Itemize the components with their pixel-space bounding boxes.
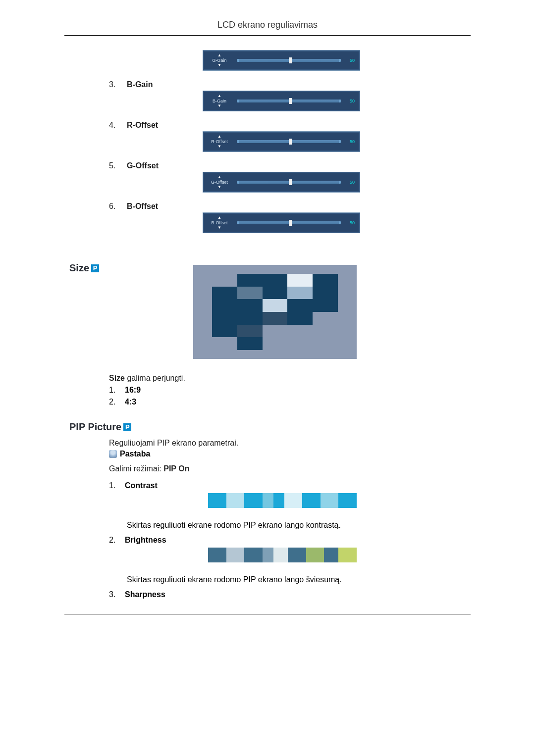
list-item: 5. G-Offset bbox=[64, 156, 471, 172]
slider-thumb[interactable] bbox=[289, 57, 292, 63]
slider-widget-g-gain[interactable]: ▲ G-Gain ▼ 50 bbox=[203, 50, 360, 70]
slider-cap bbox=[237, 59, 239, 62]
list-item: 1. Contrast bbox=[64, 473, 471, 490]
slider-cap bbox=[237, 181, 239, 184]
main-content: ▲ G-Gain ▼ 50 3. B-Gain ▲ B-Gai bbox=[64, 36, 471, 599]
slider-thumb[interactable] bbox=[289, 220, 292, 226]
slider-value: 50 bbox=[345, 139, 355, 144]
item-label: G-Offset bbox=[122, 161, 159, 170]
size-illustration bbox=[193, 265, 357, 359]
arrow-down-icon: ▼ bbox=[217, 226, 221, 230]
contrast-desc: Skirtas reguliuoti ekrane rodomo PIP ekr… bbox=[64, 512, 471, 533]
note-row: Pastaba bbox=[64, 448, 471, 458]
note-label: Pastaba bbox=[120, 450, 150, 458]
pip-modes: Galimi režimai: PIP On bbox=[64, 458, 471, 473]
size-caption-rest: galima perjungti. bbox=[125, 374, 185, 382]
arrow-up-icon: ▲ bbox=[217, 135, 221, 139]
slider-track[interactable] bbox=[237, 181, 341, 184]
slider-value: 50 bbox=[345, 180, 355, 185]
size-caption-bold: Size bbox=[109, 374, 125, 382]
list-item: 2. Brightness bbox=[64, 533, 471, 545]
modes-bold: PIP On bbox=[163, 464, 189, 473]
slider-row: ▲ G-Gain ▼ 50 bbox=[203, 50, 471, 70]
note-icon bbox=[109, 450, 117, 458]
item-number: 4. bbox=[64, 121, 122, 130]
slider-track[interactable] bbox=[237, 59, 341, 62]
item-number: 3. bbox=[64, 80, 122, 89]
section-title-text: Size bbox=[69, 262, 89, 274]
slider-widget-b-offset[interactable]: ▲ B-Offset ▼ 50 bbox=[203, 213, 360, 233]
slider-label-col: ▲ G-Gain ▼ bbox=[206, 53, 233, 67]
item-label: R-Offset bbox=[122, 121, 158, 130]
slider-cap bbox=[339, 100, 341, 102]
item-number: 3. bbox=[109, 590, 125, 599]
item-number: 2. bbox=[109, 398, 125, 406]
slider-value: 50 bbox=[345, 58, 355, 63]
slider-label-col: ▲ B-Offset ▼ bbox=[206, 216, 233, 230]
brightness-desc: Skirtas reguliuoti ekrane rodomo PIP ekr… bbox=[64, 566, 471, 587]
slider-track[interactable] bbox=[237, 140, 341, 143]
section-title-text: PIP Picture bbox=[69, 421, 121, 433]
item-label: Sharpness bbox=[125, 590, 165, 599]
item-label: 16:9 bbox=[125, 386, 141, 395]
slider-cap bbox=[339, 140, 341, 143]
arrow-up-icon: ▲ bbox=[217, 94, 221, 98]
item-number: 6. bbox=[64, 202, 122, 211]
item-label: B-Gain bbox=[122, 80, 153, 89]
brightness-illustration bbox=[208, 548, 357, 562]
arrow-down-icon: ▼ bbox=[217, 145, 221, 149]
slider-row: ▲ B-Gain ▼ 50 bbox=[203, 91, 471, 111]
arrow-up-icon: ▲ bbox=[217, 53, 221, 57]
item-number: 1. bbox=[109, 386, 125, 395]
item-label: 4:3 bbox=[125, 398, 136, 406]
slider-value: 50 bbox=[345, 220, 355, 225]
slider-cap bbox=[237, 100, 239, 102]
size-caption: Size galima perjungti. bbox=[64, 359, 471, 383]
arrow-up-icon: ▲ bbox=[217, 216, 221, 220]
list-item: 2. 4:3 bbox=[64, 395, 471, 406]
slider-widget-b-gain[interactable]: ▲ B-Gain ▼ 50 bbox=[203, 91, 360, 111]
item-label: Contrast bbox=[125, 481, 158, 490]
slider-thumb[interactable] bbox=[289, 98, 292, 104]
page-title: LCD ekrano reguliavimas bbox=[64, 20, 471, 35]
footer-divider bbox=[64, 614, 471, 614]
list-item: 1. 16:9 bbox=[64, 383, 471, 395]
arrow-down-icon: ▼ bbox=[217, 63, 221, 67]
slider-track[interactable] bbox=[237, 100, 341, 102]
p-icon: P bbox=[91, 264, 99, 272]
slider-cap bbox=[339, 181, 341, 184]
slider-value: 50 bbox=[345, 99, 355, 103]
list-item: 4. R-Offset bbox=[64, 116, 471, 132]
item-label: B-Offset bbox=[122, 202, 158, 211]
arrow-down-icon: ▼ bbox=[217, 185, 221, 189]
slider-thumb[interactable] bbox=[289, 179, 292, 185]
slider-label-col: ▲ B-Gain ▼ bbox=[206, 94, 233, 108]
list-item: 3. B-Gain bbox=[64, 75, 471, 91]
slider-cap bbox=[237, 221, 239, 224]
slider-thumb[interactable] bbox=[289, 139, 292, 145]
arrow-up-icon: ▲ bbox=[217, 175, 221, 179]
slider-row: ▲ B-Offset ▼ 50 bbox=[203, 213, 471, 233]
item-label: Brightness bbox=[125, 536, 166, 545]
pip-intro: Reguliuojami PIP ekrano parametrai. bbox=[64, 433, 471, 448]
list-item: 3. Sharpness bbox=[64, 587, 471, 599]
contrast-illustration bbox=[208, 493, 357, 508]
slider-widget-g-offset[interactable]: ▲ G-Offset ▼ 50 bbox=[203, 172, 360, 192]
slider-label-col: ▲ R-Offset ▼ bbox=[206, 135, 233, 149]
slider-row: ▲ G-Offset ▼ 50 bbox=[203, 172, 471, 192]
p-icon: P bbox=[123, 423, 131, 431]
section-title-pip: PIP PictureP bbox=[64, 406, 471, 433]
item-number: 1. bbox=[109, 481, 125, 490]
slider-cap bbox=[339, 221, 341, 224]
slider-cap bbox=[339, 59, 341, 62]
arrow-down-icon: ▼ bbox=[217, 104, 221, 108]
item-number: 5. bbox=[64, 161, 122, 170]
modes-prefix: Galimi režimai: bbox=[109, 464, 163, 473]
item-number: 2. bbox=[109, 536, 125, 545]
slider-label-col: ▲ G-Offset ▼ bbox=[206, 175, 233, 189]
list-item: 6. B-Offset bbox=[64, 197, 471, 213]
slider-cap bbox=[237, 140, 239, 143]
slider-track[interactable] bbox=[237, 221, 341, 224]
slider-row: ▲ R-Offset ▼ 50 bbox=[203, 132, 471, 151]
slider-widget-r-offset[interactable]: ▲ R-Offset ▼ 50 bbox=[203, 132, 360, 151]
